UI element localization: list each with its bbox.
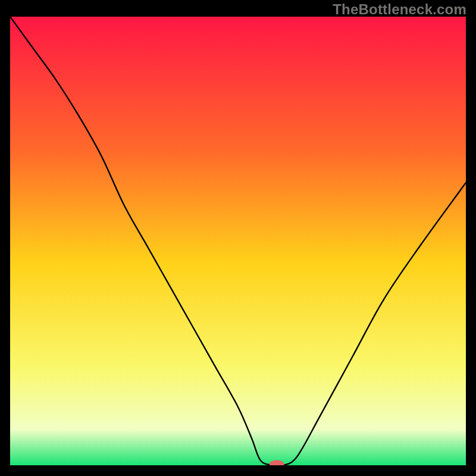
bottleneck-chart — [10, 17, 466, 465]
chart-frame: { "watermark": "TheBottleneck.com", "cha… — [0, 0, 476, 476]
chart-background — [10, 17, 466, 465]
watermark-label: TheBottleneck.com — [333, 1, 466, 18]
